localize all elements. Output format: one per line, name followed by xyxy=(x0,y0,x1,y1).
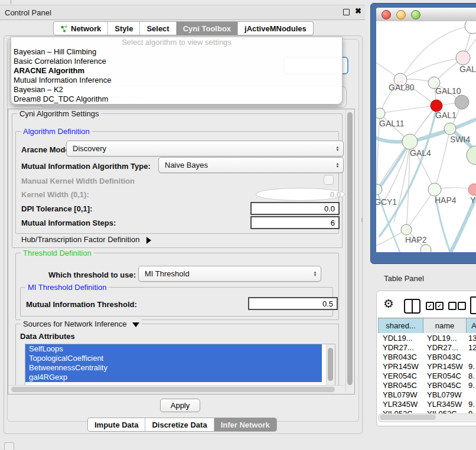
mi-type-label: Mutual Information Algorithm Type: xyxy=(21,162,151,171)
gear-icon[interactable]: ⚙ xyxy=(383,296,394,311)
mi-threshold-group-title: MI Threshold Definition xyxy=(25,283,109,292)
node-hap4[interactable] xyxy=(428,183,441,196)
kernel-width-input[interactable]: 0.0 xyxy=(256,188,345,201)
float-window-icon[interactable] xyxy=(343,9,350,15)
table-cell[interactable]: 9. xyxy=(468,362,476,371)
node-unlabeled-right[interactable] xyxy=(467,146,476,165)
settings-hscroll-thumb[interactable] xyxy=(11,387,335,392)
deselect-all-checkbox-icon[interactable] xyxy=(458,302,466,310)
tab-select[interactable]: Select xyxy=(139,22,175,35)
label-gal4: GAL4 xyxy=(410,148,431,158)
list-item-betweennesscentrality[interactable]: BetweennessCentrality xyxy=(25,363,322,373)
minimize-traffic-light-icon[interactable] xyxy=(396,10,406,19)
label-gal-partial: GAL xyxy=(459,64,476,74)
table-cell[interactable]: YBR043C xyxy=(383,353,422,362)
screen: Control Panel ✖ Network Style Select Cyn… xyxy=(0,0,476,450)
table-cell[interactable]: YPR145W xyxy=(383,362,422,371)
cytopanel-dock-icon[interactable] xyxy=(4,442,14,450)
table-cell[interactable]: YBL079W xyxy=(427,390,465,400)
table-cell[interactable]: YBR045C xyxy=(427,381,465,390)
node-y-partial[interactable] xyxy=(468,184,476,195)
node-swi4[interactable] xyxy=(444,123,456,135)
document-icon[interactable] xyxy=(470,296,476,314)
dpi-tolerance-input[interactable]: 0.0 xyxy=(250,202,340,215)
select-all-checkbox-icon[interactable]: ✓ xyxy=(435,302,444,310)
table-cell[interactable]: YDR27... xyxy=(427,343,465,353)
table-cell[interactable]: YLR345W xyxy=(427,400,465,409)
network-canvas[interactable]: GAL GAL80 GAL10 GAL1 GAL11 SWI4 GAL4 HAP… xyxy=(376,21,476,252)
list-item-gal4rgexp[interactable]: gal4RGexp xyxy=(25,373,322,382)
settings-vertical-scrollbar[interactable] xyxy=(345,110,354,392)
settings-horizontal-scrollbar[interactable] xyxy=(8,385,345,393)
control-panel-titlebar: Control Panel ✖ xyxy=(0,5,365,20)
table-cell[interactable]: 8. xyxy=(468,371,476,381)
table-cell[interactable]: YBL079W xyxy=(383,390,422,400)
table-horizontal-scrollbar[interactable] xyxy=(378,413,476,422)
close-traffic-light-icon[interactable] xyxy=(382,10,391,19)
aracne-mode-value: Discovery xyxy=(73,144,106,153)
node-unlabeled-top[interactable] xyxy=(465,21,476,34)
table-cell[interactable]: 12 xyxy=(468,343,476,353)
tab-discretize-data[interactable]: Discretize Data xyxy=(145,418,213,431)
tab-infer-network[interactable]: Infer Network xyxy=(214,418,276,431)
node-hap2[interactable] xyxy=(401,224,412,235)
which-threshold-combo[interactable]: MI Threshold ▲▼ xyxy=(138,266,321,282)
tab-jactivemnodules[interactable]: jActiveMNodules xyxy=(237,22,313,35)
table-cell[interactable]: YDR27... xyxy=(383,343,422,353)
algorithm-option-dream8[interactable]: Dream8 DC_TDC Algorithm xyxy=(11,94,342,104)
table-cell[interactable]: 13 xyxy=(468,334,476,343)
table-cell[interactable]: 9. xyxy=(468,400,476,409)
column-header-name[interactable]: name xyxy=(423,318,467,333)
mi-threshold-input[interactable]: 0.5 xyxy=(248,297,338,310)
select-all-checkbox-icon[interactable]: ✓ xyxy=(426,302,434,310)
label-gal11: GAL11 xyxy=(379,119,405,128)
tab-style[interactable]: Style xyxy=(107,22,139,35)
table-cell[interactable]: YPR145W xyxy=(427,362,465,371)
table-cell[interactable]: YBR045C xyxy=(383,381,422,390)
column-header-partial[interactable]: A xyxy=(467,318,476,333)
zoom-traffic-light-icon[interactable] xyxy=(411,10,420,19)
list-vertical-scrollbar[interactable] xyxy=(326,344,335,386)
mi-type-combo[interactable]: Naive Bayes ▲▼ xyxy=(158,157,344,173)
mi-steps-input[interactable]: 6 xyxy=(250,216,340,229)
table-cell[interactable]: YLR345W xyxy=(383,400,422,409)
node-gal4[interactable] xyxy=(402,134,418,149)
algorithm-option-hill-climbing[interactable]: Bayesian – Hill Climbing xyxy=(11,47,342,57)
tab-network[interactable]: Network xyxy=(54,22,107,35)
table-cell[interactable]: 9. xyxy=(468,381,476,390)
algorithm-option-mutual-information[interactable]: Mutual Information Inference xyxy=(11,76,342,85)
node-gal11[interactable] xyxy=(376,108,385,119)
node-unlabeled-bottom[interactable] xyxy=(420,244,431,252)
column-header-shared-name[interactable]: shared... xyxy=(378,318,423,333)
hub-definition-disclosure[interactable]: Hub/Transcription Factor Definition xyxy=(21,235,151,244)
dpi-tolerance-label: DPI Tolerance [0,1]: xyxy=(21,204,92,213)
list-scroll-thumb[interactable] xyxy=(328,348,333,381)
table-hscroll-thumb[interactable] xyxy=(380,415,436,420)
node-gal-partial[interactable] xyxy=(456,51,470,65)
panel-splitter-handle[interactable] xyxy=(361,218,363,222)
list-item-selfloops[interactable]: SelfLoops xyxy=(25,344,322,354)
algorithm-option-aracne[interactable]: ARACNE Algorithm xyxy=(11,66,342,76)
manual-kernel-checkbox[interactable] xyxy=(324,175,334,185)
table-cell[interactable]: YDL19... xyxy=(383,334,422,343)
hub-definition-label: Hub/Transcription Factor Definition xyxy=(21,235,139,244)
tab-cyni-toolbox[interactable]: Cyni Toolbox xyxy=(176,22,237,35)
sources-title[interactable]: Sources for Network Inference xyxy=(21,319,142,328)
algorithm-option-bayesian-k2[interactable]: Bayesian – K2 xyxy=(11,85,342,94)
list-item-topologicalcoefficient[interactable]: TopologicalCoefficient xyxy=(25,354,322,363)
aracne-mode-combo[interactable]: Discovery ▲▼ xyxy=(66,141,344,156)
algorithm-option-basic-correlation[interactable]: Basic Correlation Inference xyxy=(11,57,342,66)
table-cell[interactable]: YER054C xyxy=(427,371,465,381)
table-cell[interactable]: YDL19... xyxy=(427,334,465,343)
settings-vscroll-thumb[interactable] xyxy=(347,112,353,385)
apply-button[interactable]: Apply xyxy=(160,399,200,412)
deselect-all-checkbox-icon[interactable] xyxy=(448,302,457,310)
column-layout-icon[interactable] xyxy=(404,299,420,314)
tab-impute-data[interactable]: Impute Data xyxy=(88,418,145,431)
close-icon[interactable]: ✖ xyxy=(355,6,361,15)
node-gal1[interactable] xyxy=(431,100,442,112)
cyni-algorithm-settings-title: Cyni Algorithm Settings xyxy=(17,109,101,118)
table-cell[interactable]: YER054C xyxy=(383,371,422,381)
node-gray[interactable] xyxy=(455,95,469,109)
table-cell[interactable]: YBR043C xyxy=(427,353,465,362)
